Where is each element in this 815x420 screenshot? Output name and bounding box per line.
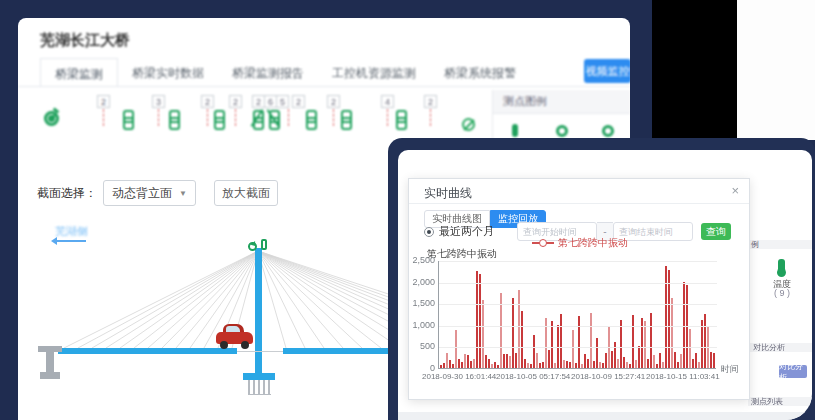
bar: [635, 360, 637, 368]
gauge-icon[interactable]: [602, 125, 614, 137]
sensor-count-badge: 5: [276, 95, 289, 108]
bar: [614, 342, 616, 368]
bar: [449, 360, 451, 368]
bar: [461, 362, 463, 368]
main-tab-3[interactable]: 工控机资源监测: [318, 58, 430, 87]
sensor-count-badge: 4: [381, 95, 394, 108]
bar: [605, 353, 607, 368]
enlarge-section-button[interactable]: 放大截面: [214, 180, 278, 206]
bar: [632, 315, 634, 368]
bar: [650, 313, 652, 368]
bar: [485, 355, 487, 368]
section-select-label: 截面选择：: [35, 185, 97, 202]
bar: [674, 352, 676, 368]
sensor-count-badge: 2: [201, 95, 214, 108]
bar: [596, 338, 598, 368]
bar: [533, 335, 535, 368]
bar: [671, 298, 673, 368]
x-axis-label: 2018-10-09 15:27:41: [571, 372, 645, 381]
gauge-icon[interactable]: [556, 125, 568, 137]
dashed-marker: [430, 109, 431, 126]
bar: [578, 316, 580, 368]
black-backdrop: [652, 0, 737, 140]
gridline: [439, 326, 717, 327]
vibration-chart: 05001,0001,5002,0002,500: [438, 261, 716, 369]
radio-last-two-months[interactable]: [424, 227, 434, 237]
bar: [497, 365, 499, 368]
bar: [602, 363, 604, 368]
modal-window: 例 温度 ( 9 ) 对比分析 对比分析 测点列表 实时曲线 × 实时曲线图 监…: [398, 150, 812, 420]
tower-piles: [248, 380, 271, 395]
bar: [692, 359, 694, 369]
bar: [548, 350, 550, 368]
dialog-header: 实时曲线 ×: [409, 179, 749, 204]
bar: [581, 364, 583, 368]
y-axis-tick: 1,500: [401, 298, 435, 308]
bar: [638, 346, 640, 368]
point-list-header: 测点列表: [748, 397, 812, 406]
bar: [524, 359, 526, 368]
bar: [521, 311, 523, 368]
legend-label: 第七跨跨中振动: [558, 236, 628, 250]
bar: [626, 362, 628, 368]
left-abutment: [38, 346, 62, 380]
temperature-icon[interactable]: [778, 259, 785, 272]
dashed-marker: [235, 109, 236, 126]
bar: [623, 357, 625, 368]
chain-sensor-icon[interactable]: [213, 110, 223, 127]
white-backdrop: [737, 0, 815, 140]
bar: [704, 314, 706, 368]
chain-sensor-icon[interactable]: [268, 110, 278, 127]
bar: [440, 365, 442, 368]
tower-pier-cap: [243, 373, 275, 380]
bar: [473, 359, 475, 368]
main-tab-2[interactable]: 桥梁监测报告: [218, 58, 318, 87]
thermometer-icon[interactable]: [512, 124, 518, 137]
chain-sensor-icon[interactable]: [305, 110, 315, 127]
car-image: [216, 322, 254, 349]
bar: [653, 355, 655, 368]
bar: [617, 359, 619, 368]
dialog-title: 实时曲线: [424, 185, 472, 202]
tower-top-sensor-icon[interactable]: [248, 242, 257, 251]
chain-sensor-icon[interactable]: [252, 110, 262, 127]
main-tab-0[interactable]: 桥梁监测: [40, 58, 118, 87]
bar: [620, 320, 622, 368]
bar: [443, 363, 445, 368]
bar: [536, 353, 538, 368]
section-select-dropdown[interactable]: 动态背立面 ▼: [103, 180, 196, 206]
chain-sensor-icon[interactable]: [122, 110, 132, 127]
bar: [587, 359, 589, 368]
chain-sensor-icon[interactable]: [168, 110, 178, 127]
tower-top-chain-icon[interactable]: [261, 239, 267, 250]
bar: [695, 353, 697, 368]
anemometer-icon[interactable]: [44, 111, 59, 126]
dashed-marker: [387, 109, 388, 126]
bar: [515, 353, 517, 368]
close-icon[interactable]: ×: [731, 183, 739, 198]
gridline: [439, 261, 717, 262]
sensor-count-badge: 3: [152, 95, 165, 108]
bar: [455, 330, 457, 368]
bar: [593, 361, 595, 368]
dashed-marker: [288, 109, 289, 126]
temperature-count: ( 9 ): [770, 288, 794, 298]
no-entry-icon[interactable]: [462, 118, 475, 131]
chain-sensor-icon[interactable]: [340, 110, 350, 127]
bar: [494, 362, 496, 368]
bar: [530, 364, 532, 368]
bar: [659, 353, 661, 368]
main-tab-1[interactable]: 桥梁实时数据: [118, 58, 218, 87]
x-axis-label: 2018-09-30 16:01:44: [422, 372, 496, 381]
main-tab-4[interactable]: 桥梁系统报警: [430, 58, 530, 87]
bar: [479, 274, 481, 368]
compare-analysis-button[interactable]: 对比分析: [779, 365, 807, 378]
bar: [476, 271, 478, 368]
video-monitor-button[interactable]: 视频监控: [584, 59, 630, 83]
chain-sensor-icon[interactable]: [395, 110, 405, 127]
bar: [569, 362, 571, 368]
x-axis-title: 时间: [721, 363, 739, 376]
bar: [446, 353, 448, 368]
bar: [644, 321, 646, 368]
y-axis-tick: 2,500: [401, 255, 435, 265]
